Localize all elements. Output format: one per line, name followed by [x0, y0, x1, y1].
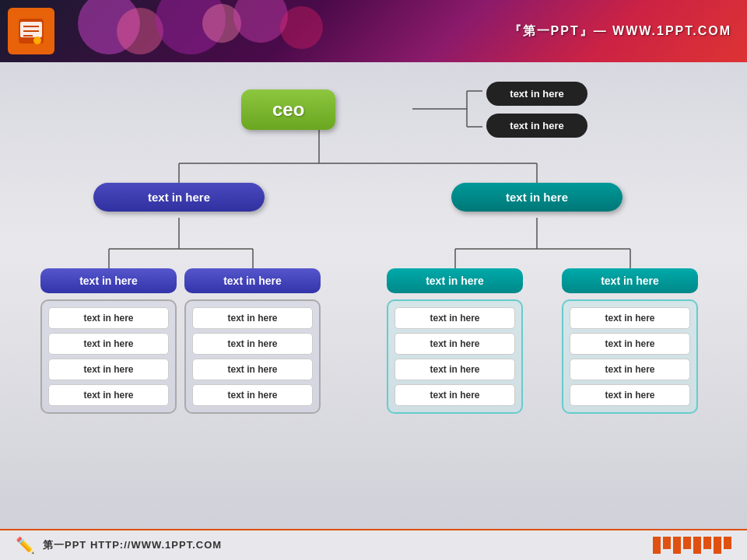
level2-right: text in here [451, 183, 622, 212]
sub-item: text in here [570, 359, 690, 380]
svg-point-5 [33, 37, 41, 44]
header-decoration [62, 0, 374, 62]
sub-items-col-2: text in here text in here text in here t… [184, 299, 321, 414]
sub-item: text in here [570, 384, 690, 406]
level3-col-2: text in here text in here text in here t… [184, 268, 321, 414]
sub-item: text in here [395, 384, 515, 406]
sub-item: text in here [48, 359, 169, 380]
org-chart: ceo text in here text in here text in he… [23, 78, 724, 513]
footer: ✏️ 第一PPT HTTP://WWW.1PPT.COM [0, 529, 747, 560]
sub-items-col-3: text in here text in here text in here t… [387, 299, 523, 414]
sub-item: text in here [48, 333, 169, 355]
footer-brand-text: 第一PPT HTTP://WWW.1PPT.COM [43, 538, 222, 552]
sub-item: text in here [48, 384, 169, 406]
sub-item: text in here [48, 307, 169, 329]
side-box-2: text in here [486, 114, 587, 138]
logo [8, 8, 54, 54]
sub-items-col-4: text in here text in here text in here t… [562, 299, 698, 414]
footer-icon: ✏️ [16, 536, 35, 555]
main-content: ceo text in here text in here text in he… [0, 62, 747, 529]
sub-item: text in here [192, 359, 313, 380]
level3-col-1: text in here text in here text in here t… [40, 268, 177, 414]
footer-decoration [653, 537, 731, 554]
sub-item: text in here [395, 333, 515, 355]
sub-item: text in here [570, 307, 690, 329]
level3-col-4: text in here text in here text in here t… [562, 268, 698, 414]
sub-item: text in here [395, 359, 515, 380]
sub-item: text in here [192, 307, 313, 329]
ceo-row: ceo [241, 89, 335, 130]
sub-item: text in here [192, 333, 313, 355]
sub-item: text in here [570, 333, 690, 355]
level3-col-3: text in here text in here text in here t… [387, 268, 523, 414]
sub-items-col-1: text in here text in here text in here t… [40, 299, 177, 414]
ceo-box: ceo [241, 89, 335, 130]
sub-item: text in here [395, 307, 515, 329]
side-box-1: text in here [486, 82, 587, 106]
sub-item: text in here [192, 384, 313, 406]
header-brand-text: 『第一PPT』— WWW.1PPT.COM [509, 23, 731, 40]
side-boxes: text in here text in here [486, 82, 587, 138]
header: 『第一PPT』— WWW.1PPT.COM [0, 0, 747, 62]
level2-left: text in here [93, 183, 265, 212]
